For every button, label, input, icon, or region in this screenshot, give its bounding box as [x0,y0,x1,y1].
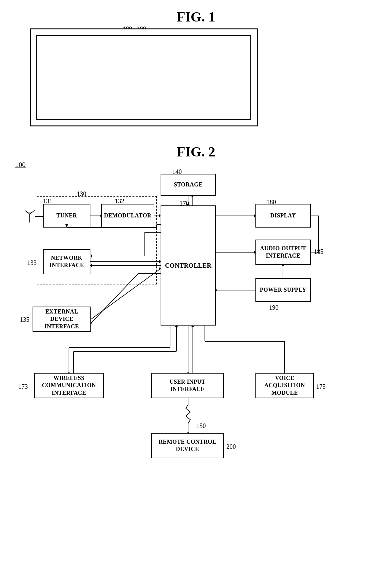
ref-180-diag: 180 [266,198,276,206]
voice-acquisition-block: VOICE ACQUISITIONMODULE [255,373,314,398]
fig1-title: FIG. 1 [177,9,215,25]
ref-135: 135 [20,316,29,323]
user-input-block: USER INPUTINTERFACE [151,373,224,398]
ref-190: 190 [269,304,279,311]
network-interface-block: NETWORKINTERFACE [43,249,90,274]
svg-marker-52 [175,326,178,327]
wireless-comm-block: WIRELESS COMMUNICATIONINTERFACE [34,373,104,398]
svg-marker-29 [91,322,92,324]
block-diagram: 130 TUNER 131 DEMODULATOR 132 NETWORKINT… [15,171,379,575]
ref-170: 170 [180,200,189,207]
demodulator-block: DEMODULATOR [101,204,154,228]
ref-185: 185 [314,248,323,255]
ref-133: 133 [27,259,37,266]
svg-marker-33 [191,196,194,197]
tv-inner-border [36,35,251,120]
remote-control-block: REMOTE CONTROLDEVICE [151,433,224,458]
svg-marker-56 [191,326,194,327]
storage-block: STORAGE [161,174,216,196]
ref-131: 131 [43,198,52,205]
ref-173: 173 [18,383,28,390]
ref-140: 140 [172,168,182,175]
svg-marker-41 [216,289,217,292]
tuner-block: TUNER [43,204,90,228]
antenna-icon [24,208,35,224]
fig2-ref-100: 100 [15,161,26,169]
external-device-block: EXTERNAL DEVICEINTERFACE [33,307,91,332]
svg-marker-39 [281,265,285,266]
ref-175: 175 [316,383,326,390]
fig2-title: FIG. 2 [177,144,215,160]
audio-output-block: AUDIO OUTPUTINTERFACE [255,240,311,265]
ref-200: 200 [226,443,236,450]
ref-150: 150 [196,422,206,430]
ref-132: 132 [115,198,124,205]
ref-130-label: 130 [77,190,86,198]
display-block: DISPLAY [255,204,311,228]
controller-block: CONTROLLER [161,205,216,326]
power-supply-block: POWER SUPPLY [255,278,311,302]
